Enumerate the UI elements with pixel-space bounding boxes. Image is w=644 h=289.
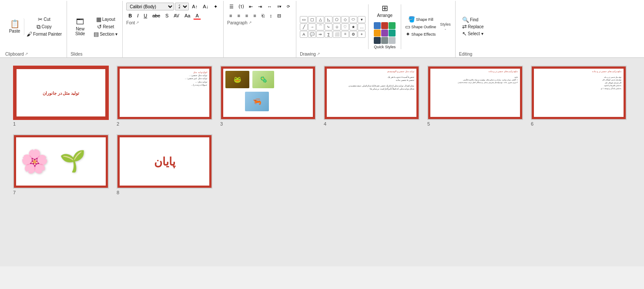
shape-more3[interactable]: +	[358, 31, 366, 38]
shape-outline-button[interactable]: ▭ Shape Outline	[404, 23, 437, 30]
cut-button[interactable]: ✂ Cut	[25, 16, 63, 23]
bullets-button[interactable]: ☰	[227, 3, 236, 10]
shape-block-arrow[interactable]: ⇒	[316, 31, 324, 38]
clipboard-sub: ✂ Cut ⧉ Copy 🖌 Format Painter	[25, 16, 63, 37]
s2-border-top	[117, 66, 211, 69]
font-name-select[interactable]: Calibri (Body)	[126, 3, 174, 10]
slide-item-1[interactable]: تولید مثل در جانوران 1	[13, 66, 109, 126]
shape-equation[interactable]: ∑	[325, 31, 332, 38]
shape-flowchart[interactable]: ⬜	[333, 31, 341, 38]
align-left-button[interactable]: ≡	[227, 12, 234, 20]
find-button[interactable]: 🔍 Find	[461, 17, 480, 23]
sep1	[368, 4, 369, 49]
font-size-select[interactable]: 24	[175, 3, 189, 10]
underline-button[interactable]: U	[141, 12, 149, 20]
slide-item-2[interactable]: انواع تولید مثل تولید مثل جنسی: ... تولی…	[117, 66, 212, 126]
slide-thumb-7[interactable]: 🌸 🌱	[13, 134, 109, 189]
text-direction-button[interactable]: ↔	[265, 3, 274, 10]
shape-round-rect[interactable]: ▢	[308, 16, 316, 23]
shape-more2[interactable]: …	[358, 23, 366, 30]
bold-button[interactable]: B	[126, 12, 134, 20]
slide-thumb-2[interactable]: انواع تولید مثل تولید مثل جنسی: ... تولی…	[117, 66, 212, 120]
select-button[interactable]: ↖ Select ▾	[461, 30, 485, 37]
shape-curved[interactable]: ⌒	[316, 23, 324, 30]
slide-item-8[interactable]: پایان 8	[117, 134, 212, 195]
shape-right-angle[interactable]: ◺	[325, 16, 332, 23]
shape-textbox[interactable]: A	[300, 31, 308, 38]
shape-action[interactable]: ⚙	[349, 31, 357, 38]
shape-ribbon[interactable]: ⌗	[341, 31, 349, 38]
slide-item-4[interactable]: تولید مثل جنسی و اکوسیستم جنس ♦ آسید ♦ ج…	[324, 66, 419, 126]
copy-button[interactable]: ⧉ Copy	[25, 23, 63, 30]
shape-cylinder[interactable]: ⬭	[349, 16, 357, 23]
paragraph-expand[interactable]: ↗	[248, 20, 253, 25]
shape-more[interactable]: ▾	[358, 16, 366, 23]
increase-indent-button[interactable]: ⇥	[256, 3, 264, 10]
slide-num-4: 4	[324, 121, 326, 126]
replace-button[interactable]: ⇄ Replace	[461, 23, 485, 30]
decrease-font-button[interactable]: A↓	[201, 3, 211, 10]
slide-item-3[interactable]: 🐸 🦠 🦐 3	[220, 66, 316, 126]
s2-border-right	[209, 66, 211, 119]
slide-thumb-5[interactable]: نتایج ترکیب‌های جنسی تر و ماده نتایج: ۱-…	[427, 66, 523, 120]
justify-button[interactable]: ≡	[251, 12, 258, 20]
slide-2-content: انواع تولید مثل تولید مثل جنسی: ... تولی…	[185, 71, 207, 86]
align-text-button[interactable]: ≡▾	[275, 3, 284, 10]
slide-thumb-1[interactable]: تولید مثل در جانوران	[13, 66, 109, 120]
clear-format-button[interactable]: ✦	[211, 3, 220, 10]
slide-item-7[interactable]: 🌸 🌱 7	[13, 134, 109, 195]
align-center-button[interactable]: ≡	[235, 12, 242, 20]
shape-pentagon[interactable]: ⬠	[333, 16, 341, 23]
columns-button[interactable]: ⊟	[275, 12, 283, 20]
italic-button[interactable]: I	[135, 12, 141, 20]
shape-effects-button[interactable]: ✦ Shape Effects	[404, 31, 437, 37]
shape-rect[interactable]: ▭	[300, 16, 308, 23]
quick-styles-button[interactable]: Quick Styles	[371, 20, 398, 51]
col-button[interactable]: ⎗	[259, 12, 267, 20]
slide-thumb-3[interactable]: 🐸 🦠 🦐	[220, 66, 316, 120]
shape-diamond[interactable]: ◇	[341, 16, 349, 23]
font-color-button[interactable]: A	[193, 12, 201, 20]
text-shadow-button[interactable]: S	[163, 12, 171, 20]
find-icon: 🔍	[462, 17, 469, 23]
shape-star[interactable]: ★	[349, 23, 357, 30]
paste-button[interactable]: 📋 Paste	[5, 18, 24, 35]
numbering-button[interactable]: ⑴	[237, 3, 246, 10]
section-button[interactable]: ▤ Section ▾	[92, 31, 119, 37]
line-spacing-button[interactable]: ↕	[268, 12, 275, 20]
shape-callout[interactable]: 💬	[308, 31, 316, 38]
layout-button[interactable]: ▦ Layout	[92, 16, 119, 23]
clipboard-expand[interactable]: ↗	[24, 52, 29, 56]
shape-heart[interactable]: ♡	[341, 23, 349, 30]
reset-button[interactable]: ↺ Reset	[92, 23, 119, 30]
paragraph-label-row: Paragraph ↗	[227, 20, 292, 25]
shape-triangle[interactable]: △	[316, 16, 324, 23]
decrease-indent-button[interactable]: ⇤	[247, 3, 255, 10]
slide-thumb-6[interactable]: نتایج ترکیب‌های جنسی تر و ماده تولید مثل…	[531, 66, 627, 120]
shape-line[interactable]: ╱	[300, 23, 308, 30]
slide-num-6: 6	[531, 121, 533, 126]
new-slide-button[interactable]: 🗔 New Slide	[70, 16, 90, 38]
arrange-button[interactable]: ⊞ Arrange	[374, 3, 395, 20]
slide-item-6[interactable]: نتایج ترکیب‌های جنسی تر و ماده تولید مثل…	[531, 66, 627, 126]
slide-3-img3: 🦐	[245, 92, 269, 111]
slide-num-1: 1	[13, 121, 16, 126]
slides-sub: ▦ Layout ↺ Reset ▤ Section ▾	[92, 16, 119, 37]
slide-thumb-8[interactable]: پایان	[117, 134, 212, 189]
shape-smiley[interactable]: ☺	[333, 23, 341, 30]
align-right-button[interactable]: ≡	[243, 12, 250, 20]
strikethrough-button[interactable]: abc	[150, 12, 162, 20]
format-painter-icon: 🖌	[27, 31, 32, 37]
font-color-a-button[interactable]: Aa	[182, 12, 192, 20]
shape-arrow[interactable]: →	[308, 23, 316, 30]
shape-fill-button[interactable]: 🪣 Shape Fill	[404, 16, 437, 23]
font-expand[interactable]: ↗	[135, 20, 140, 25]
increase-font-button[interactable]: A↑	[190, 3, 200, 10]
shape-connector[interactable]: ⤷	[325, 23, 332, 30]
char-spacing-button[interactable]: AV	[171, 12, 181, 20]
slide-item-5[interactable]: نتایج ترکیب‌های جنسی تر و ماده نتایج: ۱-…	[427, 66, 523, 126]
format-painter-button[interactable]: 🖌 Format Painter	[25, 31, 63, 37]
convert-smartart-button[interactable]: ⟳	[285, 3, 292, 10]
slide-thumb-4[interactable]: تولید مثل جنسی و اکوسیستم جنس ♦ آسید ♦ ج…	[324, 66, 419, 120]
drawing-expand[interactable]: ↗	[316, 52, 321, 56]
